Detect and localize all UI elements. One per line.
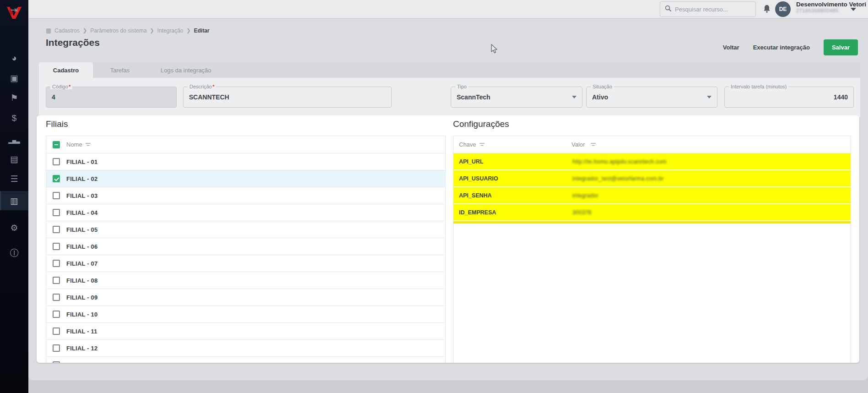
breadcrumb-parametros[interactable]: Parâmetros do sistema: [90, 27, 146, 34]
filiais-table: Nome FILIAL - 01 FILIAL - 02 FILIAL - 03…: [46, 136, 446, 363]
table-row[interactable]: FILIAL - 12: [46, 340, 445, 357]
user-menu[interactable]: Desenvolvimento Vetori 27185368800485: [796, 1, 868, 13]
configuracoes-header: Chave Valor: [453, 136, 851, 153]
table-row[interactable]: FILIAL - 02: [46, 170, 445, 187]
main-content: ▦ Cadastros ❯ Parâmetros do sistema ❯ In…: [28, 19, 868, 380]
search-input[interactable]: [675, 6, 744, 13]
mouse-cursor: [491, 44, 498, 56]
invoice-icon[interactable]: ☰: [0, 169, 28, 188]
configuracoes-table: Chave Valor API_URLhttp://te.homo.apipdv…: [453, 136, 851, 363]
bar-chart-icon[interactable]: ▂▅▃: [0, 131, 28, 150]
gear-icon[interactable]: ⚙: [0, 218, 28, 237]
table-row[interactable]: FILIAL - 04: [46, 204, 445, 221]
tab-cadastro[interactable]: Cadastro: [39, 62, 93, 78]
back-button[interactable]: Voltar: [723, 44, 739, 51]
breadcrumb-integracao[interactable]: Integração: [157, 27, 183, 34]
table-row[interactable]: FILIAL - 03: [46, 187, 445, 204]
info-shield-icon[interactable]: Ⓘ: [0, 244, 28, 263]
row-checkbox[interactable]: [53, 209, 60, 216]
table-row[interactable]: FILIAL - 06: [46, 238, 445, 255]
config-row[interactable]: API_USUARIOintegrador_test@vetorfarma.co…: [453, 170, 851, 187]
codigo-input: [46, 87, 176, 107]
table-row[interactable]: [46, 357, 445, 363]
card: Filiais Configurações Nome FILIAL - 01 F…: [37, 115, 859, 363]
save-button[interactable]: Salvar: [824, 39, 858, 55]
codigo-field: Código*: [46, 87, 177, 108]
tab-logs-da-integracao[interactable]: Logs da integração: [147, 62, 225, 78]
route-map-icon[interactable]: ⚑: [0, 88, 28, 107]
situacao-select[interactable]: Ativo: [587, 87, 717, 107]
intervalo-input[interactable]: [725, 87, 853, 107]
row-checkbox[interactable]: [53, 192, 60, 199]
filiais-title: Filiais: [46, 119, 68, 129]
avatar[interactable]: DE: [775, 1, 791, 17]
tab-tarefas[interactable]: Tarefas: [93, 62, 147, 78]
chevron-down-icon: [572, 96, 577, 98]
user-id: 27185368800485: [796, 8, 868, 13]
table-row[interactable]: FILIAL - 11: [46, 323, 445, 340]
config-row[interactable]: ID_EMPRESA300378: [453, 204, 851, 221]
notification-bell-icon[interactable]: [763, 4, 771, 15]
config-row[interactable]: API_URLhttp://te.homo.apipdv.scanntech.c…: [453, 153, 851, 170]
catalog-icon[interactable]: ▥: [0, 191, 28, 210]
descricao-label: Descrição: [189, 84, 212, 89]
chave-column-header[interactable]: Chave: [459, 141, 476, 148]
row-checkbox[interactable]: [53, 311, 60, 318]
tab-bar: Cadastro Tarefas Logs da integração: [39, 62, 860, 78]
config-key: API_URL: [453, 153, 571, 169]
required-marker: *: [69, 84, 70, 89]
table-row[interactable]: FILIAL - 01: [46, 153, 445, 170]
topbar: DE Desenvolvimento Vetori 27185368800485: [28, 0, 868, 18]
row-checkbox[interactable]: [53, 328, 60, 335]
row-checkbox[interactable]: [53, 277, 60, 284]
row-checkbox[interactable]: [53, 361, 60, 363]
chevron-down-icon[interactable]: [851, 8, 856, 11]
nome-column-header[interactable]: Nome: [66, 141, 82, 148]
config-value: 300378: [571, 204, 851, 220]
row-checkbox[interactable]: [53, 260, 60, 267]
filter-icon[interactable]: [590, 141, 596, 148]
breadcrumb-separator: ❯: [83, 27, 87, 33]
clipboard-icon[interactable]: ▤: [0, 149, 28, 169]
money-icon[interactable]: $: [0, 109, 28, 128]
breadcrumb-separator: ❯: [187, 27, 191, 33]
table-row[interactable]: FILIAL - 07: [46, 255, 445, 272]
filter-icon[interactable]: [479, 141, 485, 148]
config-row[interactable]: API_SENHAintegrador: [453, 187, 851, 204]
breadcrumb-separator: ❯: [150, 27, 154, 33]
select-all-checkbox[interactable]: [53, 141, 60, 148]
tipo-select[interactable]: ScannTech: [451, 87, 582, 107]
row-checkbox[interactable]: [53, 226, 60, 233]
table-row[interactable]: FILIAL - 09: [46, 289, 445, 306]
breadcrumb-cadastros[interactable]: Cadastros: [54, 27, 80, 34]
row-checkbox[interactable]: [53, 294, 60, 301]
module-icon: ▦: [46, 27, 51, 34]
header-actions: Voltar Executar integração Salvar: [723, 39, 858, 55]
dashboard-pie-icon[interactable]: ◕: [0, 49, 28, 68]
config-value: integrador_test@vetorfarma.com.br: [571, 170, 851, 186]
table-row[interactable]: FILIAL - 10: [46, 306, 445, 323]
situacao-label: Situação: [591, 84, 614, 89]
sidebar: ◕ ▣ ⚑ $ ▂▅▃ ▤ ☰ ▥ ⚙ Ⓘ ⇥: [0, 0, 28, 393]
config-key: ID_EMPRESA: [453, 204, 571, 220]
row-checkbox[interactable]: [53, 243, 60, 250]
config-value: http://te.homo.apipdv.scanntech.com: [571, 153, 851, 169]
table-row[interactable]: FILIAL - 05: [46, 221, 445, 238]
breadcrumb-editar: Editar: [194, 27, 210, 34]
intervalo-field: Intervalo tarefa (minutos): [724, 87, 854, 108]
logout-icon[interactable]: ⇥: [0, 0, 28, 19]
row-checkbox[interactable]: [53, 158, 60, 165]
search-box[interactable]: [660, 1, 756, 17]
config-highlight-tail: [453, 221, 851, 224]
descricao-input[interactable]: [183, 87, 391, 107]
tipo-field: Tipo ScannTech: [451, 87, 582, 108]
valor-column-header[interactable]: Valor: [571, 141, 585, 148]
row-checkbox[interactable]: [53, 175, 60, 182]
breadcrumb: ▦ Cadastros ❯ Parâmetros do sistema ❯ In…: [46, 27, 210, 34]
user-name: Desenvolvimento Vetori: [796, 1, 868, 8]
row-checkbox[interactable]: [53, 344, 60, 352]
table-row[interactable]: FILIAL - 08: [46, 272, 445, 289]
execute-integration-button[interactable]: Executar integração: [753, 44, 810, 51]
filter-icon[interactable]: [85, 141, 91, 148]
save-icon[interactable]: ▣: [0, 68, 28, 87]
